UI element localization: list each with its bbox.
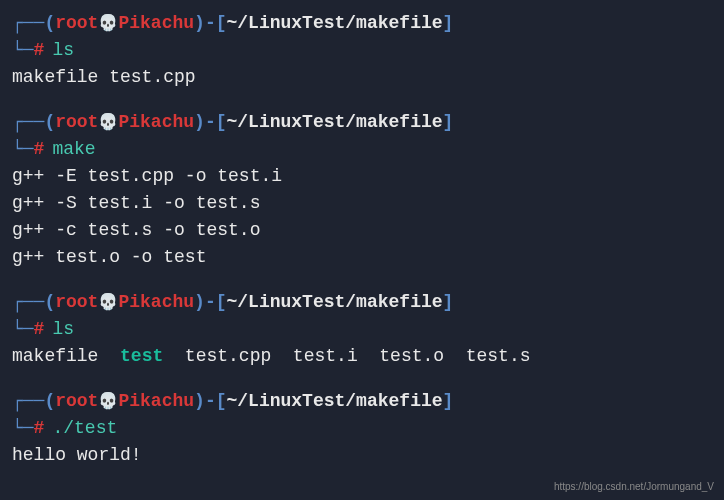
prompt-host: Pikachu bbox=[118, 388, 194, 415]
bracket-open: [ bbox=[216, 10, 227, 37]
output-line: g++ -S test.i -o test.s bbox=[12, 190, 712, 217]
paren-close: ) bbox=[194, 109, 205, 136]
bracket-open: [ bbox=[216, 289, 227, 316]
output-line: g++ test.o -o test bbox=[12, 244, 712, 271]
prompt-path: ~/LinuxTest/makefile bbox=[227, 388, 443, 415]
command-text: ./test bbox=[52, 415, 117, 442]
bracket-close: ] bbox=[443, 109, 454, 136]
bracket-close: ] bbox=[443, 10, 454, 37]
bracket-close: ] bbox=[443, 289, 454, 316]
skull-icon: 💀 bbox=[98, 12, 118, 36]
skull-icon: 💀 bbox=[98, 111, 118, 135]
bracket-open: [ bbox=[216, 388, 227, 415]
paren-close: ) bbox=[194, 10, 205, 37]
paren-close: ) bbox=[194, 388, 205, 415]
paren-open: ( bbox=[44, 10, 55, 37]
command-block: (root💀Pikachu)-[~/LinuxTest/makefile]#./… bbox=[12, 388, 712, 469]
executable-file: test bbox=[120, 346, 163, 366]
output-line: makefile test test.cpp test.i test.o tes… bbox=[12, 343, 712, 370]
skull-icon: 💀 bbox=[98, 390, 118, 414]
prompt-line[interactable]: #make bbox=[12, 136, 712, 163]
dash: - bbox=[205, 388, 216, 415]
prompt-user: root bbox=[55, 289, 98, 316]
prompt-hash: # bbox=[34, 136, 45, 163]
command-text: ls bbox=[52, 37, 74, 64]
output-line: g++ -E test.cpp -o test.i bbox=[12, 163, 712, 190]
prompt-header: (root💀Pikachu)-[~/LinuxTest/makefile] bbox=[12, 10, 712, 37]
dash: - bbox=[205, 289, 216, 316]
prompt-host: Pikachu bbox=[118, 109, 194, 136]
command-text: make bbox=[52, 136, 95, 163]
bracket-open: [ bbox=[216, 109, 227, 136]
command-block: (root💀Pikachu)-[~/LinuxTest/makefile]#ma… bbox=[12, 109, 712, 271]
prompt-header: (root💀Pikachu)-[~/LinuxTest/makefile] bbox=[12, 289, 712, 316]
prompt-host: Pikachu bbox=[118, 10, 194, 37]
prompt-user: root bbox=[55, 109, 98, 136]
dash: - bbox=[205, 10, 216, 37]
dash: - bbox=[205, 109, 216, 136]
prompt-path: ~/LinuxTest/makefile bbox=[227, 10, 443, 37]
prompt-header: (root💀Pikachu)-[~/LinuxTest/makefile] bbox=[12, 109, 712, 136]
output-line: makefile test.cpp bbox=[12, 64, 712, 91]
prompt-hash: # bbox=[34, 316, 45, 343]
output-line: g++ -c test.s -o test.o bbox=[12, 217, 712, 244]
paren-open: ( bbox=[44, 289, 55, 316]
command-block: (root💀Pikachu)-[~/LinuxTest/makefile]#ls… bbox=[12, 289, 712, 370]
prompt-path: ~/LinuxTest/makefile bbox=[227, 289, 443, 316]
prompt-user: root bbox=[55, 10, 98, 37]
paren-open: ( bbox=[44, 388, 55, 415]
terminal-output: (root💀Pikachu)-[~/LinuxTest/makefile]#ls… bbox=[12, 10, 712, 469]
command-block: (root💀Pikachu)-[~/LinuxTest/makefile]#ls… bbox=[12, 10, 712, 91]
prompt-path: ~/LinuxTest/makefile bbox=[227, 109, 443, 136]
prompt-line[interactable]: #ls bbox=[12, 37, 712, 64]
prompt-line[interactable]: #ls bbox=[12, 316, 712, 343]
skull-icon: 💀 bbox=[98, 291, 118, 315]
prompt-hash: # bbox=[34, 37, 45, 64]
prompt-header: (root💀Pikachu)-[~/LinuxTest/makefile] bbox=[12, 388, 712, 415]
output-line: hello world! bbox=[12, 442, 712, 469]
prompt-user: root bbox=[55, 388, 98, 415]
watermark: https://blog.csdn.net/Jormungand_V bbox=[554, 479, 714, 494]
prompt-line[interactable]: #./test bbox=[12, 415, 712, 442]
paren-open: ( bbox=[44, 109, 55, 136]
bracket-close: ] bbox=[443, 388, 454, 415]
command-text: ls bbox=[52, 316, 74, 343]
prompt-hash: # bbox=[34, 415, 45, 442]
paren-close: ) bbox=[194, 289, 205, 316]
prompt-host: Pikachu bbox=[118, 289, 194, 316]
